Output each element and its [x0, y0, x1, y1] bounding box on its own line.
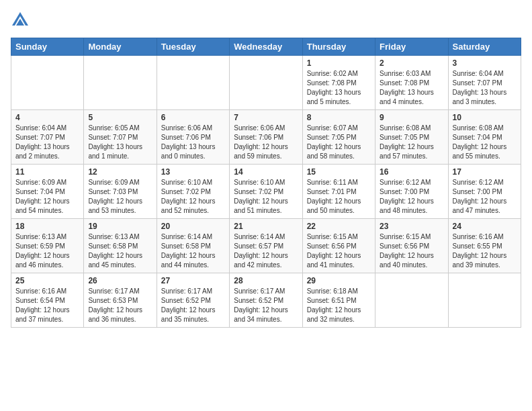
day-cell: 27Sunrise: 6:17 AM Sunset: 6:52 PM Dayli… — [157, 273, 229, 328]
weekday-header-tuesday: Tuesday — [157, 38, 229, 56]
day-cell: 21Sunrise: 6:14 AM Sunset: 6:57 PM Dayli… — [230, 219, 302, 273]
day-info: Sunrise: 6:09 AM Sunset: 7:04 PM Dayligh… — [15, 178, 79, 216]
day-number: 21 — [234, 222, 298, 231]
day-cell: 12Sunrise: 6:09 AM Sunset: 7:03 PM Dayli… — [84, 165, 157, 219]
day-cell: 4Sunrise: 6:04 AM Sunset: 7:07 PM Daylig… — [11, 110, 84, 165]
weekday-header-friday: Friday — [375, 38, 448, 56]
day-cell: 22Sunrise: 6:15 AM Sunset: 6:56 PM Dayli… — [302, 219, 375, 273]
day-number: 5 — [88, 113, 152, 122]
day-number: 18 — [15, 222, 79, 231]
day-number: 23 — [380, 222, 443, 231]
logo — [11, 11, 32, 32]
day-info: Sunrise: 6:09 AM Sunset: 7:03 PM Dayligh… — [88, 178, 152, 216]
day-number: 17 — [453, 167, 517, 177]
day-info: Sunrise: 6:06 AM Sunset: 7:06 PM Dayligh… — [234, 124, 298, 161]
day-cell: 14Sunrise: 6:10 AM Sunset: 7:02 PM Dayli… — [230, 165, 302, 219]
logo-icon — [11, 11, 30, 32]
day-info: Sunrise: 6:18 AM Sunset: 6:51 PM Dayligh… — [307, 287, 371, 324]
day-number: 16 — [380, 167, 443, 177]
day-info: Sunrise: 6:08 AM Sunset: 7:05 PM Dayligh… — [380, 124, 443, 161]
day-number: 24 — [453, 222, 517, 231]
day-number: 10 — [453, 113, 517, 122]
day-number: 4 — [15, 113, 79, 122]
weekday-header-saturday: Saturday — [448, 38, 521, 56]
day-info: Sunrise: 6:07 AM Sunset: 7:05 PM Dayligh… — [307, 124, 371, 161]
day-info: Sunrise: 6:15 AM Sunset: 6:56 PM Dayligh… — [307, 232, 371, 270]
calendar: SundayMondayTuesdayWednesdayThursdayFrid… — [11, 38, 521, 328]
day-info: Sunrise: 6:10 AM Sunset: 7:02 PM Dayligh… — [234, 178, 298, 216]
day-info: Sunrise: 6:15 AM Sunset: 6:56 PM Dayligh… — [380, 232, 443, 270]
weekday-header-thursday: Thursday — [302, 38, 375, 56]
day-cell: 6Sunrise: 6:06 AM Sunset: 7:06 PM Daylig… — [157, 110, 229, 165]
day-number: 19 — [88, 222, 152, 231]
day-info: Sunrise: 6:08 AM Sunset: 7:04 PM Dayligh… — [453, 124, 517, 161]
week-row-5: 25Sunrise: 6:16 AM Sunset: 6:54 PM Dayli… — [11, 273, 521, 328]
day-number: 8 — [307, 113, 371, 122]
day-cell — [375, 273, 448, 328]
day-number: 25 — [15, 276, 79, 285]
day-cell: 25Sunrise: 6:16 AM Sunset: 6:54 PM Dayli… — [11, 273, 84, 328]
day-cell: 23Sunrise: 6:15 AM Sunset: 6:56 PM Dayli… — [375, 219, 448, 273]
day-cell: 2Sunrise: 6:03 AM Sunset: 7:08 PM Daylig… — [375, 56, 448, 110]
day-cell: 9Sunrise: 6:08 AM Sunset: 7:05 PM Daylig… — [375, 110, 448, 165]
day-number: 11 — [15, 167, 79, 177]
day-cell — [157, 56, 229, 110]
day-cell: 3Sunrise: 6:04 AM Sunset: 7:07 PM Daylig… — [448, 56, 521, 110]
weekday-header-monday: Monday — [84, 38, 157, 56]
day-cell: 24Sunrise: 6:16 AM Sunset: 6:55 PM Dayli… — [448, 219, 521, 273]
day-info: Sunrise: 6:13 AM Sunset: 6:58 PM Dayligh… — [88, 232, 152, 270]
day-number: 1 — [307, 58, 371, 68]
day-number: 29 — [307, 276, 371, 285]
day-cell: 8Sunrise: 6:07 AM Sunset: 7:05 PM Daylig… — [302, 110, 375, 165]
day-number: 7 — [234, 113, 298, 122]
day-cell: 11Sunrise: 6:09 AM Sunset: 7:04 PM Dayli… — [11, 165, 84, 219]
day-info: Sunrise: 6:03 AM Sunset: 7:08 PM Dayligh… — [380, 69, 443, 107]
day-info: Sunrise: 6:06 AM Sunset: 7:06 PM Dayligh… — [161, 124, 225, 161]
day-cell: 15Sunrise: 6:11 AM Sunset: 7:01 PM Dayli… — [302, 165, 375, 219]
day-info: Sunrise: 6:17 AM Sunset: 6:52 PM Dayligh… — [161, 287, 225, 324]
day-cell: 20Sunrise: 6:14 AM Sunset: 6:58 PM Dayli… — [157, 219, 229, 273]
day-info: Sunrise: 6:04 AM Sunset: 7:07 PM Dayligh… — [15, 124, 79, 161]
day-number: 28 — [234, 276, 298, 285]
day-number: 9 — [380, 113, 443, 122]
day-cell — [230, 56, 302, 110]
day-info: Sunrise: 6:17 AM Sunset: 6:53 PM Dayligh… — [88, 287, 152, 324]
weekday-header-wednesday: Wednesday — [230, 38, 302, 56]
week-row-2: 4Sunrise: 6:04 AM Sunset: 7:07 PM Daylig… — [11, 110, 521, 165]
week-row-3: 11Sunrise: 6:09 AM Sunset: 7:04 PM Dayli… — [11, 165, 521, 219]
day-info: Sunrise: 6:14 AM Sunset: 6:58 PM Dayligh… — [161, 232, 225, 270]
day-info: Sunrise: 6:12 AM Sunset: 7:00 PM Dayligh… — [380, 178, 443, 216]
day-cell: 26Sunrise: 6:17 AM Sunset: 6:53 PM Dayli… — [84, 273, 157, 328]
weekday-header-row: SundayMondayTuesdayWednesdayThursdayFrid… — [11, 38, 521, 56]
day-number: 26 — [88, 276, 152, 285]
day-info: Sunrise: 6:17 AM Sunset: 6:52 PM Dayligh… — [234, 287, 298, 324]
day-cell: 13Sunrise: 6:10 AM Sunset: 7:02 PM Dayli… — [157, 165, 229, 219]
day-info: Sunrise: 6:02 AM Sunset: 7:08 PM Dayligh… — [307, 69, 371, 107]
week-row-1: 1Sunrise: 6:02 AM Sunset: 7:08 PM Daylig… — [11, 56, 521, 110]
day-number: 27 — [161, 276, 225, 285]
header — [11, 11, 521, 32]
day-info: Sunrise: 6:05 AM Sunset: 7:07 PM Dayligh… — [88, 124, 152, 161]
day-number: 3 — [453, 58, 517, 68]
day-info: Sunrise: 6:04 AM Sunset: 7:07 PM Dayligh… — [453, 69, 517, 107]
day-info: Sunrise: 6:11 AM Sunset: 7:01 PM Dayligh… — [307, 178, 371, 216]
day-number: 20 — [161, 222, 225, 231]
day-cell: 19Sunrise: 6:13 AM Sunset: 6:58 PM Dayli… — [84, 219, 157, 273]
day-cell — [11, 56, 84, 110]
weekday-header-sunday: Sunday — [11, 38, 84, 56]
day-cell: 16Sunrise: 6:12 AM Sunset: 7:00 PM Dayli… — [375, 165, 448, 219]
day-number: 12 — [88, 167, 152, 177]
day-number: 6 — [161, 113, 225, 122]
day-number: 15 — [307, 167, 371, 177]
day-info: Sunrise: 6:14 AM Sunset: 6:57 PM Dayligh… — [234, 232, 298, 270]
day-cell: 17Sunrise: 6:12 AM Sunset: 7:00 PM Dayli… — [448, 165, 521, 219]
week-row-4: 18Sunrise: 6:13 AM Sunset: 6:59 PM Dayli… — [11, 219, 521, 273]
day-cell — [448, 273, 521, 328]
day-cell: 29Sunrise: 6:18 AM Sunset: 6:51 PM Dayli… — [302, 273, 375, 328]
day-info: Sunrise: 6:16 AM Sunset: 6:55 PM Dayligh… — [453, 232, 517, 270]
day-cell: 1Sunrise: 6:02 AM Sunset: 7:08 PM Daylig… — [302, 56, 375, 110]
day-number: 13 — [161, 167, 225, 177]
day-number: 14 — [234, 167, 298, 177]
day-cell: 5Sunrise: 6:05 AM Sunset: 7:07 PM Daylig… — [84, 110, 157, 165]
day-cell — [84, 56, 157, 110]
